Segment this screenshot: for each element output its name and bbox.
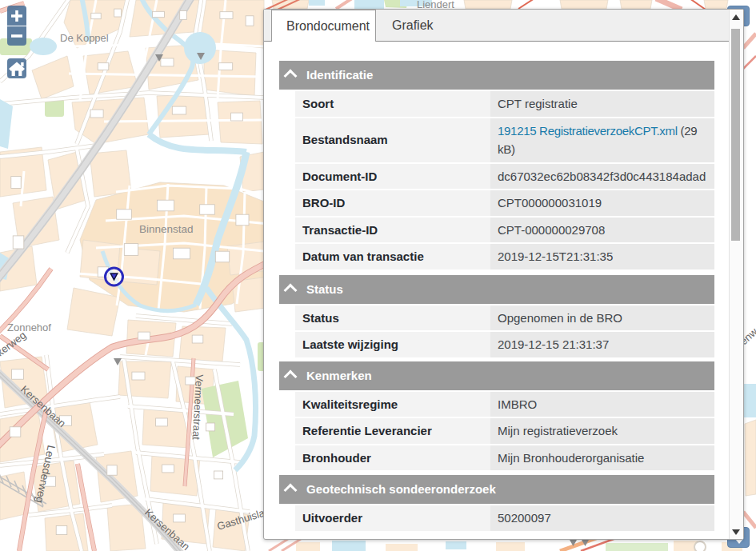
svg-text:De Koppel: De Koppel [60, 32, 109, 44]
svg-text:Zonnehof: Zonnehof [7, 321, 51, 333]
svg-text:Binnenstad: Binnenstad [139, 223, 194, 235]
